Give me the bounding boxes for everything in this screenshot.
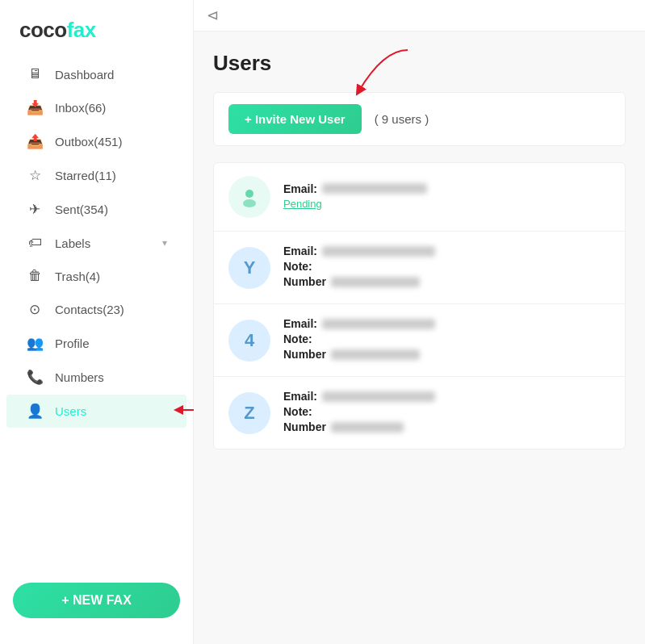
note-line: Note:	[283, 405, 610, 418]
sidebar-item-contacts[interactable]: ⊙ Contacts(23)	[6, 293, 186, 326]
note-label: Note:	[283, 405, 312, 418]
user-info: Email: Note: Number	[283, 317, 610, 363]
svg-point-4	[243, 199, 256, 207]
action-bar: + Invite New User ( 9 users )	[213, 92, 626, 146]
sidebar-item-label: Labels	[55, 236, 151, 250]
users-icon: 👤	[26, 403, 44, 420]
number-value	[331, 349, 420, 360]
note-label: Note:	[283, 332, 312, 345]
sidebar-item-inbox[interactable]: 📥 Inbox(66)	[6, 91, 186, 124]
sidebar-item-profile[interactable]: 👥 Profile	[6, 327, 186, 360]
top-bar: ⊲	[194, 0, 645, 31]
email-line: Email:	[283, 317, 610, 330]
user-list: Email: Pending Y Email:	[213, 162, 626, 450]
sidebar: cocofax 🖥 Dashboard 📥 Inbox(66) 📤 Outbox…	[0, 0, 194, 644]
person-icon	[238, 186, 261, 208]
number-line: Number	[283, 275, 610, 288]
number-label: Number	[283, 275, 326, 288]
email-value	[322, 319, 435, 329]
sidebar-item-label: Outbox(451)	[55, 135, 167, 148]
email-value	[322, 391, 435, 402]
collapse-sidebar-button[interactable]: ⊲	[207, 6, 219, 24]
invite-new-user-button[interactable]: + Invite New User	[228, 104, 362, 134]
sidebar-item-sent[interactable]: ✈ Sent(354)	[6, 193, 186, 226]
avatar: Y	[228, 247, 270, 289]
number-label: Number	[283, 420, 326, 433]
page-title: Users	[213, 51, 626, 76]
number-value	[331, 277, 420, 287]
trash-icon: 🗑	[26, 268, 44, 284]
table-row: Y Email: Note: Number	[214, 232, 625, 304]
number-value	[331, 422, 404, 433]
sidebar-item-outbox[interactable]: 📤 Outbox(451)	[6, 125, 186, 158]
dashboard-icon: 🖥	[26, 66, 44, 82]
email-label: Email:	[283, 182, 317, 195]
logo-area: cocofax	[0, 0, 193, 57]
sidebar-item-label: Numbers	[55, 370, 167, 384]
table-row: Z Email: Note: Number	[214, 377, 625, 449]
sidebar-item-label: Profile	[55, 337, 167, 350]
avatar: 4	[228, 320, 270, 362]
status-line: Pending	[283, 198, 610, 210]
sidebar-item-numbers[interactable]: 📞 Numbers	[6, 361, 186, 394]
chevron-down-icon: ▾	[162, 237, 167, 249]
sidebar-item-users[interactable]: 👤 Users	[6, 395, 186, 428]
note-line: Note:	[283, 332, 610, 345]
sidebar-item-label: Inbox(66)	[55, 101, 167, 115]
email-line: Email:	[283, 245, 610, 257]
note-line: Note:	[283, 260, 610, 273]
number-label: Number	[283, 348, 326, 361]
sidebar-item-label: Starred(11)	[55, 169, 167, 182]
nav-menu: 🖥 Dashboard 📥 Inbox(66) 📤 Outbox(451) ☆ …	[0, 57, 193, 429]
new-fax-button[interactable]: + NEW FAX	[13, 583, 180, 618]
sidebar-item-label: Users	[55, 404, 167, 418]
sidebar-item-labels[interactable]: 🏷 Labels ▾	[6, 227, 186, 259]
logo-coco: coco	[19, 18, 67, 42]
main-content: ⊲ Users + Invite New User ( 9 users )	[194, 0, 645, 644]
email-line: Email:	[283, 390, 610, 403]
user-info: Email: Pending	[283, 182, 610, 212]
inbox-icon: 📥	[26, 99, 44, 116]
contacts-icon: ⊙	[26, 301, 44, 318]
sent-icon: ✈	[26, 201, 44, 218]
table-row: 4 Email: Note: Number	[214, 304, 625, 377]
content-area: Users + Invite New User ( 9 users )	[194, 31, 645, 469]
sidebar-item-starred[interactable]: ☆ Starred(11)	[6, 159, 186, 192]
email-value	[322, 246, 435, 257]
sidebar-item-trash[interactable]: 🗑 Trash(4)	[6, 260, 186, 292]
sidebar-item-label: Trash(4)	[55, 270, 167, 283]
email-label: Email:	[283, 390, 317, 403]
logo-fax: fax	[67, 18, 96, 42]
profile-icon: 👥	[26, 335, 44, 352]
sidebar-item-dashboard[interactable]: 🖥 Dashboard	[6, 58, 186, 90]
user-info: Email: Note: Number	[283, 245, 610, 291]
sidebar-item-label: Sent(354)	[55, 203, 167, 216]
user-count-label: ( 9 users )	[375, 112, 429, 126]
email-line: Email:	[283, 182, 610, 195]
status-badge[interactable]: Pending	[283, 198, 322, 210]
logo: cocofax	[19, 18, 96, 42]
numbers-icon: 📞	[26, 369, 44, 386]
avatar: Z	[228, 392, 270, 434]
svg-point-3	[245, 190, 253, 198]
email-label: Email:	[283, 317, 317, 330]
outbox-icon: 📤	[26, 133, 44, 150]
sidebar-item-label: Dashboard	[55, 68, 167, 82]
email-label: Email:	[283, 245, 317, 257]
starred-icon: ☆	[26, 167, 44, 184]
avatar	[228, 176, 270, 218]
note-label: Note:	[283, 260, 312, 273]
number-line: Number	[283, 420, 610, 433]
number-line: Number	[283, 348, 610, 361]
user-info: Email: Note: Number	[283, 390, 610, 436]
labels-icon: 🏷	[26, 235, 44, 251]
email-value	[322, 183, 427, 194]
table-row: Email: Pending	[214, 163, 625, 232]
sidebar-item-label: Contacts(23)	[55, 303, 167, 316]
